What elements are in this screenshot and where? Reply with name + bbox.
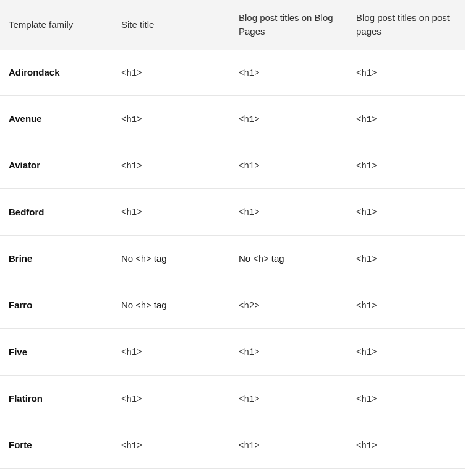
cell-tag-value: <h1> [348,329,465,375]
cell-prefix-text: No [121,253,135,264]
cell-code-tag: <h1> [121,161,142,171]
cell-code-tag: <h1> [239,394,260,404]
cell-tag-value: <h1> [348,50,465,96]
cell-tag-value: <h1> [113,95,230,142]
cell-tag-value: <h1> [230,422,348,468]
cell-prefix-text: No [239,253,253,264]
cell-tag-value: <h1> [348,235,465,282]
table-row: Bedford<h1><h1><h1> [0,189,465,235]
cell-template-family: Adirondack [0,50,113,96]
cell-code-tag: <h1> [356,347,377,357]
cell-tag-value: <h1> [230,142,348,189]
table-row: Galapagos<h1><h1><h1> [0,469,465,476]
cell-code-tag: <h> [135,301,151,311]
cell-tag-value: No <h> tag [113,282,230,328]
table-row: Forte<h1><h1><h1> [0,422,465,468]
cell-template-family: Avenue [0,95,113,142]
cell-suffix-text: tag [151,253,167,264]
template-heading-tags-table: Template family Site title Blog post tit… [0,0,465,476]
cell-prefix-text: No [121,300,135,310]
cell-code-tag: <h1> [356,394,377,404]
cell-suffix-text: tag [269,253,284,264]
table-row: FarroNo <h> tag<h2><h1> [0,282,465,328]
table-row: Aviator<h1><h1><h1> [0,142,465,189]
cell-tag-value: <h1> [230,50,348,96]
cell-tag-value: <h1> [113,469,230,476]
header-blog-post-titles-on-blog-pages: Blog post titles on Blog Pages [230,0,348,50]
cell-tag-value: <h1> [230,375,348,422]
cell-code-tag: <h1> [356,161,377,171]
cell-template-family: Forte [0,422,113,468]
cell-tag-value: <h1> [113,50,230,96]
cell-code-tag: <h1> [121,394,142,404]
header-template-family: Template family [0,0,113,50]
cell-tag-value: <h1> [113,189,230,235]
cell-tag-value: <h1> [348,422,465,468]
cell-template-family: Galapagos [0,469,113,476]
cell-code-tag: <h1> [239,68,260,78]
cell-code-tag: <h1> [121,347,142,357]
cell-template-family: Farro [0,282,113,328]
cell-code-tag: <h1> [356,441,377,451]
table-row: Flatiron<h1><h1><h1> [0,375,465,422]
cell-code-tag: <h1> [121,115,142,124]
cell-tag-value: <h1> [348,189,465,235]
cell-tag-value: <h1> [348,375,465,422]
cell-tag-value: <h1> [348,469,465,476]
cell-code-tag: <h> [253,254,268,264]
cell-tag-value: No <h> tag [230,235,348,282]
cell-template-family: Aviator [0,142,113,189]
cell-tag-value: No <h> tag [113,235,230,282]
table-row: BrineNo <h> tagNo <h> tag<h1> [0,235,465,282]
table-row: Adirondack<h1><h1><h1> [0,50,465,96]
header-dotted-term: family [49,19,73,30]
cell-tag-value: <h1> [230,189,348,235]
cell-tag-value: <h1> [230,329,348,375]
cell-tag-value: <h1> [230,469,348,476]
cell-code-tag: <h1> [239,347,260,357]
header-text: Template [9,19,49,30]
cell-tag-value: <h1> [348,282,465,328]
cell-tag-value: <h1> [230,95,348,142]
cell-template-family: Flatiron [0,375,113,422]
cell-code-tag: <h1> [356,115,377,124]
header-site-title: Site title [113,0,230,50]
cell-template-family: Bedford [0,189,113,235]
cell-tag-value: <h1> [113,375,230,422]
cell-code-tag: <h1> [239,161,260,171]
cell-code-tag: <h1> [356,68,377,78]
table-header-row: Template family Site title Blog post tit… [0,0,465,50]
header-blog-post-titles-on-post-pages: Blog post titles on post pages [348,0,465,50]
cell-code-tag: <h1> [239,115,260,124]
cell-tag-value: <h1> [113,329,230,375]
cell-tag-value: <h1> [113,142,230,189]
cell-code-tag: <h2> [239,301,260,311]
cell-tag-value: <h1> [348,95,465,142]
cell-code-tag: <h1> [239,441,260,451]
table-row: Five<h1><h1><h1> [0,329,465,375]
cell-code-tag: <h1> [121,68,142,78]
cell-tag-value: <h1> [113,422,230,468]
cell-tag-value: <h2> [230,282,348,328]
table-row: Avenue<h1><h1><h1> [0,95,465,142]
cell-code-tag: <h1> [121,207,142,217]
cell-code-tag: <h1> [121,441,142,451]
cell-tag-value: <h1> [348,142,465,189]
cell-code-tag: <h1> [356,254,377,264]
cell-template-family: Five [0,329,113,375]
cell-code-tag: <h> [135,254,151,264]
cell-code-tag: <h1> [356,301,377,311]
cell-code-tag: <h1> [239,207,260,217]
cell-code-tag: <h1> [356,207,377,217]
cell-template-family: Brine [0,235,113,282]
cell-suffix-text: tag [151,300,167,310]
